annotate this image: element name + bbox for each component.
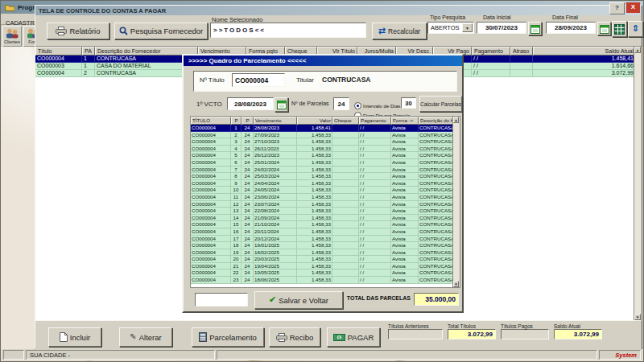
table-row[interactable]: CO000004112423/06/20241.458,33/ /AvistaC… xyxy=(191,194,453,201)
table-row[interactable]: CO000004152421/10/20241.458,33/ /AvistaC… xyxy=(191,221,453,228)
alterar-button[interactable]: ✎ Alterar xyxy=(119,327,172,347)
table-cell: 26/12/2023 xyxy=(254,152,297,159)
recibo-button[interactable]: Recibo xyxy=(269,327,320,347)
calculator-icon xyxy=(199,332,207,342)
table-cell: / / xyxy=(359,194,391,201)
table-cell: CO000004 xyxy=(35,56,82,63)
table-cell: 1 xyxy=(231,125,242,132)
table-cell: Avista xyxy=(391,215,419,222)
vertical-scrollbar[interactable]: ▲ ▼ xyxy=(634,47,642,320)
table-row[interactable]: CO000004212419/04/20251.458,33/ /AvistaC… xyxy=(191,263,453,270)
data-inicial-field[interactable]: 30/07/2023 xyxy=(477,22,526,34)
data-final-label: Data Final xyxy=(552,14,578,20)
parcelamento-label: Parcelamento xyxy=(209,333,257,342)
table-row[interactable]: CO00000412428/08/20231.458,41/ /AvistaCO… xyxy=(191,125,453,132)
table-row[interactable]: CO00000492424/04/20241.458,33/ /AvistaCO… xyxy=(191,180,453,187)
sort-button[interactable]: ⇕ xyxy=(628,21,643,37)
table-row[interactable]: CO00000482425/03/20241.458,33/ /AvistaCO… xyxy=(191,173,453,180)
parcelamento-button[interactable]: Parcelamento xyxy=(192,327,264,347)
table-row[interactable]: CO000004192418/02/20251.458,33/ /AvistaC… xyxy=(191,249,453,257)
table-cell: 1.458,33 xyxy=(297,208,332,215)
table-cell: / / xyxy=(472,70,510,77)
table-row[interactable]: CO00000472424/02/20241.458,33/ /AvistaCO… xyxy=(191,167,453,174)
incluir-button[interactable]: Incluir xyxy=(48,327,101,347)
table-cell: 1.458,33 xyxy=(297,221,332,228)
table-cell: 17 xyxy=(231,236,242,243)
table-cell: 24 xyxy=(242,242,254,249)
data-final-calendar-button[interactable] xyxy=(597,22,611,35)
table-cell: 24 xyxy=(242,132,254,139)
table-row[interactable]: CO000004222419/05/20251.458,33/ /AvistaC… xyxy=(191,269,453,277)
table-cell: 26/11/2023 xyxy=(254,146,297,153)
tipo-pesquisa-select[interactable]: ABERTOS ▼ xyxy=(427,22,474,34)
table-cell: Avista xyxy=(391,236,419,243)
table-cell: Avista xyxy=(391,242,419,249)
table-row[interactable]: CO00000422427/09/20231.458,33/ /AvistaCO… xyxy=(191,132,453,139)
recalcular-button[interactable]: ⇄ Recalcular xyxy=(372,23,427,39)
scroll-up-arrow[interactable]: ▲ xyxy=(634,47,641,53)
svg-text:$: $ xyxy=(337,334,341,339)
table-cell: 24 xyxy=(242,277,254,284)
clientes-toolbar-button[interactable]: Clientes xyxy=(2,26,22,47)
help-button[interactable]: ? xyxy=(609,2,625,14)
table-row[interactable]: CO00000462425/01/20241.458,33/ /AvistaCO… xyxy=(191,159,453,167)
table-row[interactable]: CO000004122423/07/20241.458,33/ /AvistaC… xyxy=(191,201,453,208)
data-inicial-calendar-button[interactable] xyxy=(528,22,542,35)
intervalo-dias-field[interactable]: 30 xyxy=(401,97,416,109)
data-final-field[interactable]: 28/09/2023 xyxy=(546,22,596,34)
table-cell: 3.072,99 xyxy=(533,70,636,77)
titulos-anteriores-value xyxy=(388,329,443,339)
table-cell: / / xyxy=(359,221,391,228)
calendar-icon xyxy=(530,24,540,34)
dialog-input-field[interactable] xyxy=(195,293,248,306)
table-cell: CONTRUCASA xyxy=(419,201,453,208)
num-parcelas-field[interactable]: 24 xyxy=(333,97,349,110)
document-icon xyxy=(60,332,68,342)
table-cell: 1.458,33 xyxy=(297,173,332,180)
table-row[interactable]: CO000004142421/09/20241.458,33/ /AvistaC… xyxy=(191,215,453,222)
scroll-down-arrow[interactable]: ▼ xyxy=(453,281,459,287)
numero-titulo-field[interactable]: CO000004 xyxy=(232,73,285,87)
table-cell xyxy=(332,215,359,222)
table-cell: Avista xyxy=(391,173,419,180)
table-row[interactable]: CO000004202420/03/20251.458,33/ /AvistaC… xyxy=(191,256,453,263)
vcto-calendar-button[interactable] xyxy=(275,97,288,112)
pagar-button[interactable]: $ PAGAR xyxy=(327,327,380,347)
table-row[interactable]: CO00000432427/10/20231.458,33/ /AvistaCO… xyxy=(191,138,453,146)
scroll-up-arrow[interactable]: ▲ xyxy=(453,117,459,123)
vcto-field[interactable]: 28/08/2023 xyxy=(227,97,274,110)
dialog-scrollbar[interactable]: ▲ ▼ xyxy=(452,117,460,287)
relatorio-button[interactable]: Relatório xyxy=(47,23,109,39)
nome-selecionado-field[interactable]: >>TODOS<< xyxy=(210,23,366,38)
titulos-pagos-label: Títulos Pagos xyxy=(501,323,549,329)
table-cell: 24 xyxy=(242,187,254,194)
table-row[interactable]: CO00000452426/12/20231.458,33/ /AvistaCO… xyxy=(191,152,453,159)
table-cell: / / xyxy=(359,173,391,180)
table-cell: 22 xyxy=(231,269,242,277)
pesquisa-fornecedor-button[interactable]: Pesquisa Fornecedor xyxy=(114,23,208,39)
table-cell: CO000004 xyxy=(191,228,231,236)
export-spreadsheet-button[interactable] xyxy=(612,21,627,37)
close-button[interactable]: X xyxy=(626,2,640,13)
table-row[interactable]: CO000004102424/05/20241.458,33/ /AvistaC… xyxy=(191,187,453,194)
chevron-down-icon[interactable]: ▼ xyxy=(462,23,473,32)
calendar-icon xyxy=(277,100,287,109)
salvar-voltar-button[interactable]: ✔ Salvar e Voltar xyxy=(254,291,343,309)
table-row[interactable]: CO00000442426/11/20231.458,33/ /AvistaCO… xyxy=(191,146,453,153)
table-cell: CO000004 xyxy=(191,146,231,153)
status-city: SUA CIDADE - xyxy=(26,350,215,360)
calcular-parcelas-button[interactable]: Calcular Parcelas xyxy=(419,96,462,112)
column-header: P xyxy=(242,117,254,125)
table-row[interactable]: CO000004132422/08/20241.458,33/ /AvistaC… xyxy=(191,208,453,215)
table-cell: 1.458,33 xyxy=(297,228,332,236)
table-row[interactable]: CO000004232418/06/20251.458,33/ /AvistaC… xyxy=(191,277,453,284)
table-row[interactable]: CO000004172420/12/20241.458,33/ /AvistaC… xyxy=(191,236,453,243)
table-row[interactable]: CO000004182419/01/20251.458,33/ /AvistaC… xyxy=(191,242,453,249)
table-cell: CONTRUCASA xyxy=(419,221,453,228)
table-row[interactable]: CO000004162420/11/20241.458,33/ /AvistaC… xyxy=(191,228,453,236)
scroll-down-arrow[interactable]: ▼ xyxy=(634,314,641,320)
status-middle xyxy=(217,350,597,360)
calendar-icon xyxy=(600,24,609,34)
table-cell xyxy=(332,194,359,201)
table-cell: CONTRUCASA xyxy=(419,167,453,174)
